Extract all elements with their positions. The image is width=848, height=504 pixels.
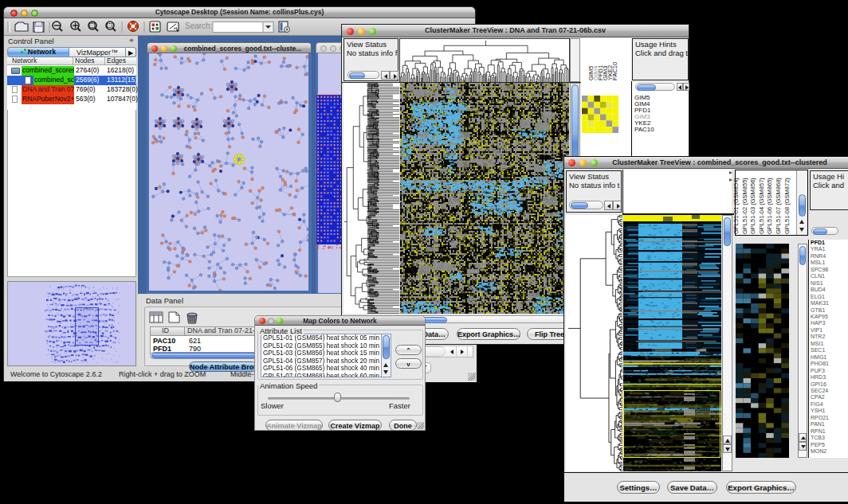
svg-text:Search:: Search: (185, 21, 212, 30)
